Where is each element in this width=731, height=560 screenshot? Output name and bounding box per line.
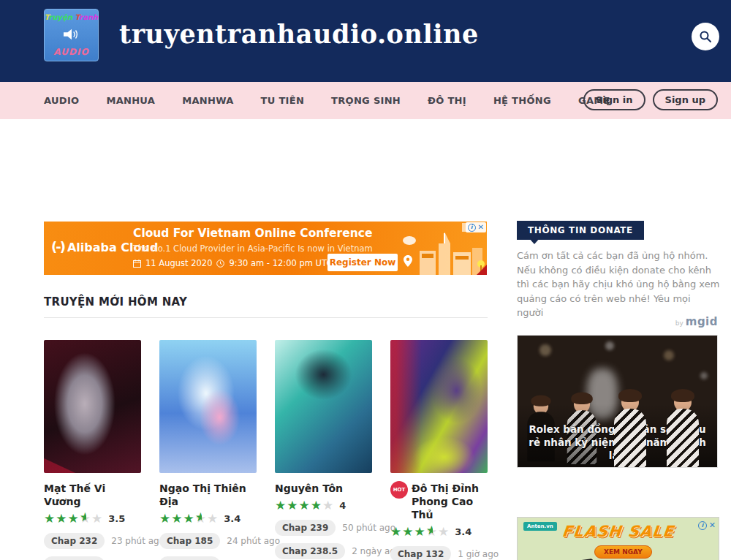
donate-header-tail: [529, 238, 540, 244]
rating-value: 3.4: [455, 526, 471, 537]
chapter-row: Chap 185 24 phút ago: [159, 533, 257, 549]
chapter-row: Chap 239 50 phút ago: [275, 520, 372, 536]
search-icon: [699, 30, 712, 43]
comic-grid: Mạt Thế Vi Vương ★★★★★ 3.5 Chap 232 23 p…: [44, 340, 488, 560]
rating-value: 3.4: [224, 513, 240, 524]
comic-title[interactable]: Nguyên Tôn: [275, 482, 372, 495]
banner-corner-decoration: [477, 265, 487, 275]
chapter-time: 50 phút ago: [342, 523, 395, 533]
ad-close-icon[interactable]: ✕: [709, 521, 716, 530]
chapter-row: Chap 231 05/08/2020: [44, 556, 141, 560]
bokeh-light: [700, 372, 708, 379]
rating-stars: ★★★★★ 3.4: [390, 525, 488, 539]
comic-card: Mạt Thế Vi Vương ★★★★★ 3.5 Chap 232 23 p…: [44, 340, 141, 560]
comic-title[interactable]: Ngạo Thị Thiên Địa: [159, 482, 257, 508]
chapter-button[interactable]: Chap 238.5: [275, 543, 345, 559]
star-icons: ★★★★★: [275, 499, 334, 512]
chapter-row: Chap 184 3 ngày ago: [159, 556, 257, 560]
nav-item-manhwa[interactable]: MANHWA: [182, 95, 233, 106]
banner-date: 11 August 2020: [145, 258, 212, 268]
rating-stars: ★★★★★ 3.5: [44, 512, 141, 526]
site-header: Truyện Tranh AUDIO truyentranhaudio.onli…: [0, 0, 731, 82]
mgid-logo: mgid: [686, 315, 718, 328]
section-title: TRUYỆN MỚI HÔM NAY: [44, 295, 187, 309]
star-icons: ★★★★★: [159, 512, 219, 526]
nav-item-he-thong[interactable]: HỆ THỐNG: [493, 95, 551, 106]
chapter-button[interactable]: Chap 185: [159, 533, 220, 549]
nav-item-trong-sinh[interactable]: TRỌNG SINH: [331, 95, 401, 106]
comic-card: Nguyên Tôn ★★★★★ 4 Chap 239 50 phút ago …: [275, 340, 372, 560]
sidebar-ad-rolex[interactable]: Rolex bán đồng hồ bản sao siêu rẻ nhân k…: [517, 335, 718, 468]
comic-card: Ngạo Thị Thiên Địa ★★★★★ 3.4 Chap 185 24…: [159, 340, 257, 560]
comic-title[interactable]: Đô Thị Đỉnh Phong Cao Thủ: [412, 482, 488, 521]
comic-cover[interactable]: [159, 340, 257, 473]
donate-text: Cám ơn tất cả các bạn đã ủng hộ nhóm. Nế…: [517, 249, 720, 320]
adchoices-info-icon[interactable]: i: [468, 224, 476, 232]
star-icons: ★★★★★: [44, 512, 103, 526]
chapter-button[interactable]: Chap 184: [159, 556, 220, 560]
chapter-button[interactable]: Chap 239: [275, 520, 336, 536]
auth-buttons: Sign in Sign up: [583, 89, 718, 110]
rating-value: 3.5: [108, 513, 125, 524]
page-title: truyentranhaudio.online: [119, 19, 479, 49]
chapter-button[interactable]: Chap 132: [390, 546, 451, 560]
calendar-icon: [133, 260, 141, 268]
register-now-button[interactable]: Register Now: [327, 254, 398, 271]
speaker-icon: [64, 29, 80, 40]
logo-text-audio: AUDIO: [53, 47, 88, 57]
flash-sale-title: FLASH SALE: [517, 523, 719, 540]
chapter-button[interactable]: Chap 232: [44, 533, 105, 549]
ad-controls: i ✕: [698, 521, 716, 530]
chapter-row: Chap 132 1 giờ ago: [390, 546, 488, 560]
chapter-time: 1 giờ ago: [458, 549, 499, 559]
nav-item-tu-tien[interactable]: TU TIÊN: [261, 95, 305, 106]
bokeh-light: [539, 344, 551, 356]
adchoices-info-icon[interactable]: i: [698, 521, 707, 530]
rating-value: 4: [339, 500, 346, 511]
comic-cover[interactable]: [44, 340, 141, 473]
logo-text-top: Truyện Tranh: [45, 13, 98, 21]
sponsor-by-text: by: [675, 319, 683, 327]
comic-cover[interactable]: [390, 340, 488, 473]
comic-cover[interactable]: [275, 340, 372, 473]
section-divider: [44, 317, 488, 318]
nav-item-audio[interactable]: AUDIO: [44, 95, 79, 106]
ad-controls: i ✕: [466, 222, 486, 232]
search-button[interactable]: [692, 23, 719, 50]
chapter-time: 23 phút ago: [111, 536, 164, 546]
xem-ngay-button[interactable]: XEM NGAY: [594, 545, 652, 559]
main-navbar: AUDIO MANHUA MANHWA TU TIÊN TRỌNG SINH Đ…: [0, 82, 731, 119]
rating-stars: ★★★★★ 3.4: [159, 512, 257, 526]
bokeh-light: [664, 350, 674, 360]
alibaba-logo-mark: (-): [51, 239, 64, 254]
banner-subline: The No.1 Cloud Provider in Asia-Pacific …: [133, 243, 373, 254]
comic-title[interactable]: Mạt Thế Vi Vương: [44, 482, 141, 508]
comic-title-row: HOT Đô Thị Đỉnh Phong Cao Thủ: [390, 482, 488, 521]
comic-card: HOT Đô Thị Đỉnh Phong Cao Thủ ★★★★★ 3.4 …: [390, 340, 488, 560]
chapter-time: 24 phút ago: [227, 536, 280, 546]
star-icons: ★★★★★: [390, 525, 450, 539]
banner-ad[interactable]: (-)Alibaba Cloud Cloud For Vietnam Onlin…: [44, 222, 487, 275]
bokeh-light: [605, 341, 614, 350]
sign-up-button[interactable]: Sign up: [653, 89, 718, 110]
rating-stars: ★★★★★ 4: [275, 499, 372, 512]
sidebar-ad-flash-sale[interactable]: Anten.vn FLASH SALE XEM NGAY i ✕: [517, 517, 719, 560]
nav-item-do-thi[interactable]: ĐÔ THỊ: [428, 95, 466, 106]
clock-icon: [216, 260, 224, 268]
chapter-button[interactable]: Chap 231: [44, 556, 105, 560]
site-logo[interactable]: Truyện Tranh AUDIO: [44, 9, 99, 61]
hot-badge: HOT: [390, 481, 408, 499]
banner-headline: Cloud For Vietnam Online Conference: [133, 227, 373, 240]
nav-item-manhua[interactable]: MANHUA: [106, 95, 155, 106]
chapter-row: Chap 232 23 phút ago: [44, 533, 141, 549]
ad-close-icon[interactable]: ✕: [478, 223, 484, 232]
sign-in-button[interactable]: Sign in: [583, 89, 645, 110]
chapter-row: Chap 238.5 2 ngày ago: [275, 543, 372, 559]
sponsor-label[interactable]: bymgid: [517, 314, 718, 328]
nav-items: AUDIO MANHUA MANHWA TU TIÊN TRỌNG SINH Đ…: [44, 95, 610, 106]
